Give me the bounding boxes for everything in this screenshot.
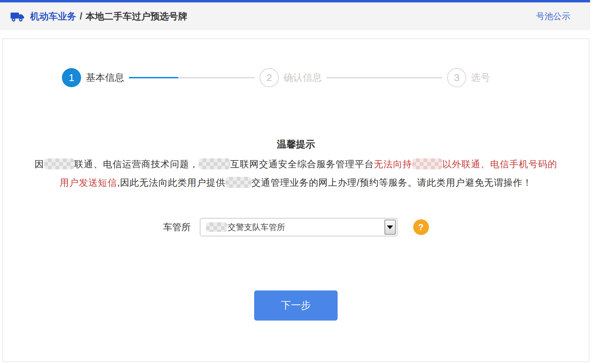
dmv-office-value-text: 交警支队车管所 (228, 222, 285, 233)
redacted-block (199, 158, 230, 169)
number-pool-link[interactable]: 号池公示 (536, 11, 570, 22)
page: 机动车业务 / 本地二手车过户预选号牌 号池公示 1 基本信息 2 确认信息 3… (0, 0, 590, 362)
header-bar: 机动车业务 / 本地二手车过户预选号牌 号池公示 (0, 0, 590, 30)
notice-title: 温馨提示 (3, 138, 589, 151)
page-title: 本地二手车过户预选号牌 (86, 10, 187, 23)
step-connector-2 (327, 77, 442, 78)
dropdown-button[interactable] (384, 220, 396, 235)
next-step-button[interactable]: 下一步 (254, 290, 338, 321)
notice-red-seg1: 无法向持 (374, 159, 412, 169)
dmv-office-selected-value: 交警支队车管所 (206, 222, 285, 233)
step-2-circle: 2 (260, 68, 279, 87)
notice-seg5: 交通管理业务的网上办理/预约等服务。请此类用户避免无谓操作！ (251, 178, 532, 188)
notice-red-seg2: 以外联通、电信手机号码的 (442, 159, 557, 169)
breadcrumb: 机动车业务 / 本地二手车过户预选号牌 (10, 10, 187, 23)
notice-seg3: 互联网交通安全综合服务管理平台 (230, 159, 374, 169)
chevron-down-icon (387, 225, 393, 229)
notice-seg2: 联通、电信运营商技术问题， (74, 159, 199, 169)
dmv-office-label: 车管所 (163, 221, 191, 233)
notice-red-seg3: 用户发送短信 (60, 178, 117, 188)
section-title[interactable]: 机动车业务 (30, 10, 76, 23)
notice-seg4: ,因此无法向此类用户提供 (117, 178, 225, 188)
help-icon[interactable]: ? (413, 219, 429, 235)
step-pick-number: 3 选号 (447, 68, 490, 87)
dmv-office-row: 车管所 交警支队车管所 ? (3, 218, 589, 236)
dmv-office-select[interactable]: 交警支队车管所 (200, 218, 397, 236)
main-panel: 1 基本信息 2 确认信息 3 选号 温馨提示 因联通、电信运营商技术问题，互联… (2, 38, 589, 362)
step-2-label: 确认信息 (284, 71, 322, 84)
step-1-label: 基本信息 (86, 71, 124, 84)
notice-text: 因联通、电信运营商技术问题，互联网交通安全综合服务管理平台无法向持以外联通、电信… (15, 155, 576, 192)
step-connector-1 (129, 77, 255, 78)
step-1-circle: 1 (62, 68, 81, 87)
step-confirm-info: 2 确认信息 (260, 68, 322, 87)
step-basic-info: 1 基本信息 (62, 68, 124, 87)
redacted-block (44, 158, 74, 169)
wizard-stepper: 1 基本信息 2 确认信息 3 选号 (3, 39, 589, 87)
truck-icon (10, 11, 25, 22)
redacted-block (206, 222, 227, 232)
step-3-label: 选号 (471, 71, 490, 84)
step-3-circle: 3 (447, 68, 466, 87)
notice-seg1: 因 (35, 159, 44, 169)
redacted-block (225, 177, 251, 188)
breadcrumb-separator: / (80, 11, 82, 22)
step-progress-fill (129, 77, 178, 78)
redacted-block (412, 158, 442, 169)
